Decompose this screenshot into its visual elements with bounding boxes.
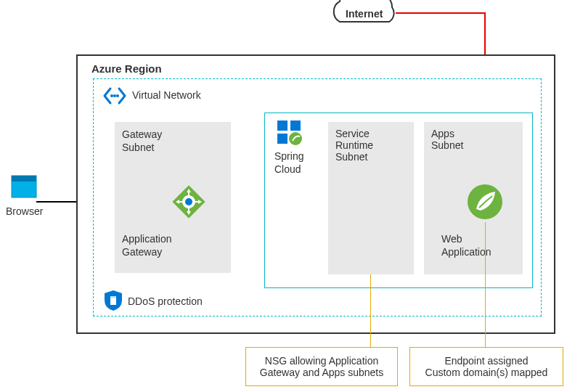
- webapp-l1: Web: [441, 232, 462, 245]
- nsg-callout-line: [370, 274, 371, 347]
- srt-l3: Subnet: [335, 151, 407, 163]
- spring-cloud-label-2: Cloud: [274, 163, 301, 176]
- region-title: Azure Region: [91, 62, 162, 76]
- diagram-canvas: Internet Azure Region Virtual Network Br…: [0, 0, 567, 392]
- ep-l1: Endpoint assigned: [420, 355, 552, 367]
- webapp-l2: Application: [441, 245, 491, 258]
- nsg-callout: NSG allowing Application Gateway and App…: [245, 347, 398, 386]
- endpoint-callout-line: [485, 222, 486, 347]
- gateway-subnet-title-1: Gateway: [122, 128, 224, 141]
- service-runtime-subnet-box: Service Runtime Subnet: [328, 122, 414, 274]
- ddos-label: DDoS protection: [128, 295, 203, 308]
- nsg-l2: Gateway and Apps subnets: [256, 367, 387, 378]
- browser-label: Browser: [6, 205, 43, 218]
- svg-rect-10: [12, 176, 36, 197]
- ep-l2: Custom domain(s) mapped: [420, 367, 552, 378]
- gateway-subnet-title-2: Subnet: [122, 141, 224, 154]
- vnet-label: Virtual Network: [132, 89, 201, 102]
- spring-cloud-label-1: Spring: [274, 150, 303, 163]
- browser-icon: [10, 173, 39, 202]
- app-gateway-label-1: Application: [122, 232, 172, 245]
- app-gateway-label-2: Gateway: [122, 245, 162, 258]
- srt-l2: Runtime: [335, 139, 407, 151]
- endpoint-callout: Endpoint assigned Custom domain(s) mappe…: [409, 347, 563, 386]
- apps-l1: Apps: [431, 128, 515, 139]
- svg-rect-11: [12, 176, 36, 181]
- nsg-l1: NSG allowing Application: [256, 355, 387, 367]
- apps-l2: Subnet: [431, 139, 515, 151]
- srt-l1: Service: [335, 128, 407, 139]
- internet-label: Internet: [346, 7, 383, 20]
